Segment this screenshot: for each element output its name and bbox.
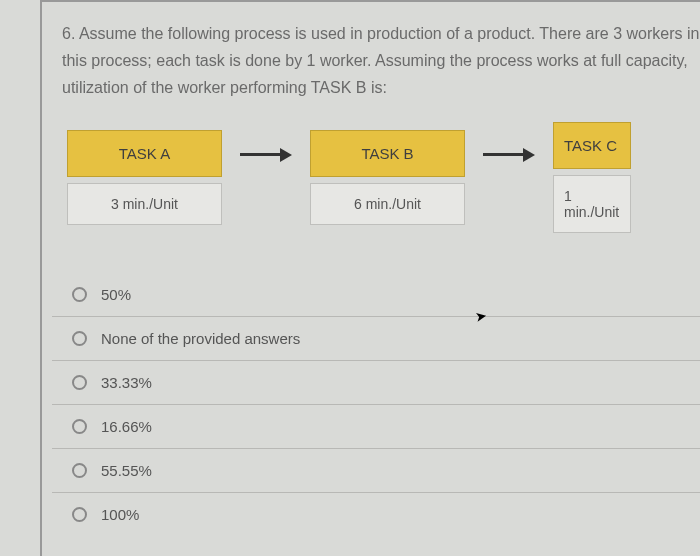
task-c-header: TASK C [553, 122, 631, 169]
option-label: 50% [101, 286, 131, 303]
radio-icon[interactable] [72, 463, 87, 478]
radio-icon[interactable] [72, 419, 87, 434]
option-row[interactable]: 100% [52, 493, 700, 536]
answer-options: 50% None of the provided answers 33.33% … [52, 273, 700, 536]
radio-icon[interactable] [72, 507, 87, 522]
option-label: 55.55% [101, 462, 152, 479]
option-row[interactable]: None of the provided answers [52, 317, 700, 361]
task-c: TASK C 1 min./Unit [553, 122, 631, 233]
task-a-rate: 3 min./Unit [67, 183, 222, 225]
task-a: TASK A 3 min./Unit [67, 130, 222, 225]
option-label: 100% [101, 506, 139, 523]
radio-icon[interactable] [72, 375, 87, 390]
option-label: 33.33% [101, 374, 152, 391]
task-c-rate: 1 min./Unit [553, 175, 631, 233]
task-a-header: TASK A [67, 130, 222, 177]
question-container: 6. Assume the following process is used … [40, 0, 700, 556]
option-row[interactable]: 33.33% [52, 361, 700, 405]
option-row[interactable]: 50% [52, 273, 700, 317]
process-diagram: TASK A 3 min./Unit TASK B 6 min./Unit TA… [67, 122, 700, 233]
option-row[interactable]: 55.55% [52, 449, 700, 493]
question-body: Assume the following process is used in … [62, 25, 699, 96]
arrow-icon [483, 148, 535, 162]
question-text: 6. Assume the following process is used … [62, 20, 700, 102]
option-label: None of the provided answers [101, 330, 300, 347]
question-number: 6. [62, 25, 75, 42]
radio-icon[interactable] [72, 331, 87, 346]
task-b: TASK B 6 min./Unit [310, 130, 465, 225]
option-label: 16.66% [101, 418, 152, 435]
cursor-icon: ➤ [474, 307, 489, 325]
option-row[interactable]: 16.66% [52, 405, 700, 449]
task-b-rate: 6 min./Unit [310, 183, 465, 225]
arrow-icon [240, 148, 292, 162]
task-b-header: TASK B [310, 130, 465, 177]
radio-icon[interactable] [72, 287, 87, 302]
